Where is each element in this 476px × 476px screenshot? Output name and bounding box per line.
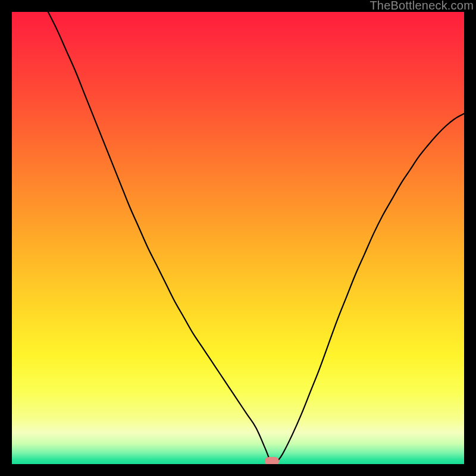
watermark-label: TheBottleneck.com bbox=[369, 0, 474, 12]
plot-area bbox=[12, 12, 464, 464]
minimum-marker bbox=[265, 457, 279, 464]
chart-container: TheBottleneck.com bbox=[0, 0, 476, 476]
chart-background-gradient bbox=[12, 12, 464, 464]
svg-rect-0 bbox=[12, 12, 464, 464]
